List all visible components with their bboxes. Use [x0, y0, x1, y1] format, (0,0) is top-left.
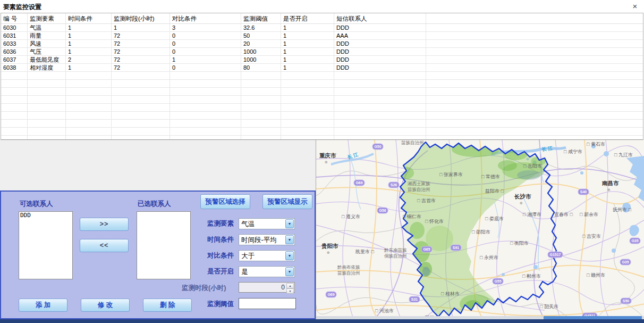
map-city-marker-icon: ⊕	[327, 251, 330, 254]
table-cell: 20	[241, 40, 281, 47]
time-condition-combo[interactable]: 时间段-平均 ▼	[239, 234, 295, 245]
map-city-label: □ 衡阳市	[510, 241, 529, 246]
title-bar: 要素监控设置 ×	[0, 0, 644, 13]
map-city-label: 抚州市 □	[613, 207, 632, 212]
add-button[interactable]: 添 加	[19, 299, 67, 312]
highway-badge-label: G69	[327, 293, 334, 296]
highway-badge-label: G50	[374, 145, 381, 148]
threshold-input[interactable]	[239, 298, 296, 309]
map-view[interactable]: □ 遵义市□ 铜仁市□ 吉首市□ 张家界市□ 常德市益阳市 □□ 岳阳市□ 湘潭…	[316, 140, 644, 319]
table-cell	[426, 24, 643, 31]
map-region-label: 苗族自治州	[401, 140, 424, 145]
warning-area-select-button[interactable]: 预警区域选择	[200, 194, 250, 209]
map-city-label: □ 吉安市	[582, 234, 601, 239]
table-row	[1, 120, 643, 128]
available-contacts-list[interactable]: DDD	[19, 211, 73, 279]
highway-badge-label: G35	[622, 260, 629, 264]
element-value: 气温	[241, 220, 255, 229]
column-header[interactable]: 短信联系人	[334, 13, 426, 23]
table-row[interactable]: 6030气温11332.61DDD	[1, 24, 643, 32]
table-cell	[1, 128, 28, 135]
table-row[interactable]: 6037最低能见度272110001DDD	[1, 56, 643, 64]
map-city-label: □ 郴州市	[522, 274, 541, 279]
table-cell: 0	[170, 40, 241, 47]
element-combo[interactable]: 气温 ▼	[239, 218, 295, 229]
table-row[interactable]: 6038相对湿度1720801DDD	[1, 64, 643, 72]
column-header[interactable]: 时间条件	[66, 13, 112, 23]
table-cell	[334, 136, 426, 140]
map-city-label: □ 湘潭市	[523, 212, 541, 217]
table-cell	[1, 88, 28, 95]
table-cell	[28, 96, 66, 103]
table-cell	[281, 104, 334, 111]
delete-button[interactable]: 删 除	[143, 299, 192, 312]
table-cell: 6037	[1, 56, 28, 63]
column-header[interactable]	[426, 13, 643, 23]
table-cell: 72	[112, 48, 170, 55]
table-cell	[281, 120, 334, 127]
table-cell	[28, 120, 66, 127]
column-header[interactable]: 监测阈值	[241, 13, 281, 23]
column-header[interactable]: 监测时段(小时)	[112, 13, 170, 23]
map-city-label: □ 韶关市	[540, 304, 558, 309]
close-icon[interactable]: ×	[630, 2, 640, 11]
table-cell	[170, 112, 241, 119]
table-row	[1, 128, 643, 136]
table-cell	[426, 56, 643, 63]
table-cell: 3	[170, 24, 241, 31]
table-cell: 1	[112, 24, 170, 31]
threshold-label: 监测阈值	[207, 300, 234, 309]
table-cell	[426, 48, 643, 55]
column-header[interactable]: 监测要素	[28, 13, 66, 23]
map-city-label: 凯里市 □	[355, 249, 375, 254]
table-row	[1, 72, 643, 80]
compare-condition-combo[interactable]: 大于 ▼	[239, 250, 295, 261]
map-city-label: □ 邵阳市	[472, 229, 490, 235]
map-city-label: □ 张家界市	[439, 172, 463, 177]
table-row	[1, 80, 643, 88]
table-cell	[426, 88, 643, 95]
available-contacts-label: 可选联系人	[20, 200, 53, 209]
table-row	[1, 88, 643, 96]
table-cell	[170, 104, 241, 111]
move-left-button[interactable]: <<	[80, 239, 129, 252]
table-cell	[112, 80, 170, 87]
move-right-button[interactable]: >>	[80, 218, 129, 231]
table-cell	[334, 88, 426, 95]
chevron-down-icon[interactable]: ▼	[285, 267, 294, 276]
chevron-down-icon[interactable]: ▼	[285, 251, 294, 260]
table-cell	[281, 96, 334, 103]
table-row[interactable]: 6036气压172010001DDD	[1, 48, 643, 56]
table-row[interactable]: 6031雨量1720501AAA	[1, 32, 643, 40]
contact-item[interactable]: DDD	[19, 212, 72, 219]
spin-down-icon[interactable]: ▼	[286, 288, 294, 294]
table-cell	[334, 120, 426, 127]
table-cell: 1000	[241, 56, 281, 63]
selected-contacts-list[interactable]	[137, 211, 191, 279]
column-header[interactable]: 是否开启	[281, 13, 334, 23]
table-cell	[170, 80, 241, 87]
table-cell: 6031	[1, 32, 28, 39]
table-cell	[426, 128, 643, 135]
enabled-combo[interactable]: 是 ▼	[239, 266, 295, 277]
table-cell	[66, 104, 112, 111]
table-cell: 2	[66, 56, 112, 63]
table-cell: 32.6	[241, 24, 281, 31]
map-city-label: □ 黄石市	[587, 142, 605, 147]
modify-button[interactable]: 修 改	[81, 299, 130, 312]
chevron-down-icon[interactable]: ▼	[285, 219, 294, 228]
compare-condition-value: 大于	[241, 252, 255, 261]
column-header[interactable]: 对比条件	[170, 13, 241, 23]
spin-up-icon[interactable]: ▲	[286, 283, 294, 288]
table-row[interactable]: 6033风速1720201DDD	[1, 40, 643, 48]
table-cell: 1	[281, 32, 334, 39]
period-spinner[interactable]: 0 ▲ ▼	[239, 282, 295, 293]
map-region-label: 黔东南苗族	[384, 247, 407, 253]
compare-condition-label: 对比条件	[207, 251, 234, 260]
table-cell: DDD	[334, 24, 426, 31]
table-cell	[1, 120, 28, 127]
warning-area-display-button[interactable]: 预警区域显示	[262, 194, 312, 209]
map-city-label: 宜春市 □	[554, 212, 573, 217]
column-header[interactable]: 编 号	[1, 13, 28, 23]
chevron-down-icon[interactable]: ▼	[285, 235, 294, 244]
